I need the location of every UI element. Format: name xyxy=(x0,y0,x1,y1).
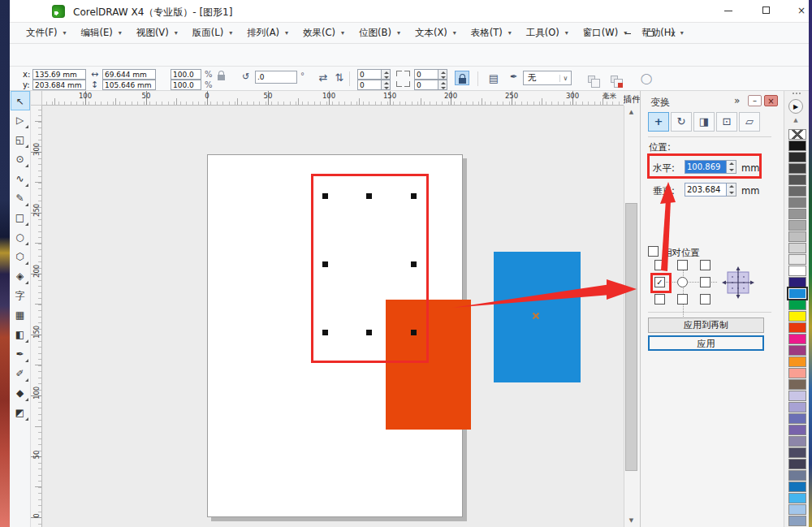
docker-chevron-icon[interactable]: » xyxy=(734,95,740,106)
text-wrap-button[interactable]: ▤ xyxy=(484,70,503,88)
symmetry-button[interactable]: ◯ xyxy=(637,70,656,88)
pick-tool-icon[interactable]: ↖ xyxy=(11,91,30,110)
eyedropper-tool-icon[interactable]: ✒ xyxy=(11,344,30,364)
color-swatch[interactable] xyxy=(788,163,806,174)
menu-item[interactable]: 版面(L) ▾ xyxy=(184,24,239,41)
transform-skew-tab[interactable]: ▱ xyxy=(739,112,760,132)
color-swatch[interactable] xyxy=(788,413,806,424)
color-swatch[interactable] xyxy=(788,220,806,231)
palette-flyout-button[interactable]: ▶ xyxy=(788,99,803,114)
scale-lock-button[interactable] xyxy=(218,68,225,84)
menu-item[interactable]: 效果(C) ▾ xyxy=(295,24,351,41)
color-swatch[interactable] xyxy=(788,186,806,197)
document-restore-button[interactable] xyxy=(643,29,658,38)
color-swatch[interactable] xyxy=(788,425,806,435)
menu-dropdown-icon[interactable]: ▾ xyxy=(680,29,690,37)
anchor-center-radio[interactable] xyxy=(677,277,688,287)
rectangle-tool-icon[interactable]: □ xyxy=(11,208,30,227)
document-close-button[interactable]: x xyxy=(666,29,680,38)
menu-item[interactable]: 文本(X) ▾ xyxy=(407,24,463,41)
anchor-top-center-checkbox[interactable] xyxy=(677,260,688,270)
scale-x-input[interactable] xyxy=(171,69,201,80)
rotation-angle-input[interactable] xyxy=(255,71,297,84)
menu-item[interactable]: 位图(B) ▾ xyxy=(351,24,407,41)
color-swatch[interactable] xyxy=(788,459,806,469)
vertical-ruler[interactable]: 300250200150100500 xyxy=(31,106,42,527)
transform-rotate-tab[interactable]: ↻ xyxy=(671,112,692,132)
color-swatch[interactable] xyxy=(788,231,806,242)
menu-item[interactable]: 文件(F) ▾ xyxy=(18,24,73,41)
object-center-icon[interactable] xyxy=(532,312,540,320)
color-swatch[interactable] xyxy=(788,140,806,151)
menu-item[interactable]: 视图(V) ▾ xyxy=(128,24,184,41)
scrollbar-thumb[interactable] xyxy=(625,203,637,471)
anchor-middle-right-checkbox[interactable] xyxy=(700,277,710,287)
object-height-input[interactable] xyxy=(102,80,156,90)
color-swatch[interactable] xyxy=(788,436,806,447)
corner-tr-spinner[interactable] xyxy=(438,69,447,80)
color-swatch[interactable] xyxy=(788,334,806,344)
palette-scroll-up-icon[interactable]: ▲ xyxy=(788,117,804,127)
palette-grip[interactable] xyxy=(793,93,801,96)
scroll-up-icon[interactable]: ▲ xyxy=(624,106,638,119)
zoom-tool-icon[interactable]: ⊙ xyxy=(11,149,30,169)
color-swatch[interactable] xyxy=(788,516,806,526)
menu-dropdown-icon[interactable]: ▾ xyxy=(175,29,184,37)
docker-minimize-button[interactable]: – xyxy=(748,95,762,106)
menu-item[interactable]: 编辑(E) ▾ xyxy=(73,24,128,41)
menu-dropdown-icon[interactable]: ▾ xyxy=(453,29,463,37)
corner-br-spinner[interactable] xyxy=(438,80,447,90)
color-swatch[interactable] xyxy=(788,504,806,515)
scroll-down-icon[interactable]: ▼ xyxy=(624,514,638,527)
color-swatch[interactable] xyxy=(788,209,806,219)
docker-close-button[interactable]: × xyxy=(764,95,778,106)
anchor-top-left-checkbox[interactable] xyxy=(654,260,665,270)
shape-tool-icon[interactable]: ▷ xyxy=(11,110,30,130)
corner-radius-br-input[interactable] xyxy=(414,80,438,90)
menu-dropdown-icon[interactable]: ▾ xyxy=(285,29,295,37)
anchor-bottom-left-checkbox[interactable] xyxy=(654,294,665,305)
color-swatch[interactable] xyxy=(788,266,806,276)
crop-tool-icon[interactable]: ◱ xyxy=(11,130,30,149)
outline-pen-tool-icon[interactable]: ✐ xyxy=(11,364,30,383)
polygon-tool-icon[interactable]: ⬡ xyxy=(11,247,30,266)
object-width-input[interactable] xyxy=(102,69,156,80)
color-swatch[interactable] xyxy=(788,152,806,162)
freehand-tool-icon[interactable]: ∿ xyxy=(11,169,30,188)
color-swatch[interactable] xyxy=(788,243,806,253)
color-swatch[interactable] xyxy=(788,129,806,140)
table-tool-icon[interactable]: ▦ xyxy=(11,305,30,325)
menu-item[interactable]: 工具(O) ▾ xyxy=(518,24,575,41)
menu-dropdown-icon[interactable]: ▾ xyxy=(229,29,239,37)
apply-to-duplicate-button[interactable]: 应用到再制 xyxy=(648,317,764,333)
color-swatch[interactable] xyxy=(788,493,806,503)
corner-radius-tr-input[interactable] xyxy=(414,69,438,80)
menu-dropdown-icon[interactable]: ▾ xyxy=(508,29,518,37)
smart-fill-tool-icon[interactable]: ✎ xyxy=(11,188,30,208)
color-swatch[interactable] xyxy=(788,391,806,401)
color-swatch[interactable] xyxy=(788,277,806,287)
color-swatch[interactable] xyxy=(788,379,806,390)
menu-item[interactable]: 表格(T) ▾ xyxy=(463,24,518,41)
ellipse-tool-icon[interactable]: ○ xyxy=(11,227,30,247)
menu-dropdown-icon[interactable]: ▾ xyxy=(119,29,128,37)
corner-lock-button[interactable] xyxy=(455,71,469,85)
color-swatch[interactable] xyxy=(788,447,806,458)
color-swatch[interactable] xyxy=(788,356,806,367)
object-x-input[interactable] xyxy=(32,69,86,80)
edit-fill-button[interactable] xyxy=(611,71,618,86)
mirror-vertical-button[interactable]: ⇅ xyxy=(330,70,349,86)
object-y-input[interactable] xyxy=(32,80,86,90)
window-close-button[interactable]: × xyxy=(789,4,812,19)
anchor-bottom-right-checkbox[interactable] xyxy=(700,294,710,305)
color-swatch[interactable] xyxy=(788,197,806,208)
ruler-origin[interactable] xyxy=(31,91,42,106)
vertical-spinner[interactable] xyxy=(727,183,736,197)
apply-button[interactable]: 应用 xyxy=(648,335,764,351)
menu-dropdown-icon[interactable]: ▾ xyxy=(565,29,575,37)
outline-width-combo[interactable]: 无 ∨ xyxy=(523,71,572,85)
corner-radius-tl-input[interactable] xyxy=(357,69,382,80)
color-swatch[interactable] xyxy=(788,322,806,333)
color-swatch[interactable] xyxy=(788,470,806,481)
blend-tool-icon[interactable]: ◧ xyxy=(11,325,30,344)
